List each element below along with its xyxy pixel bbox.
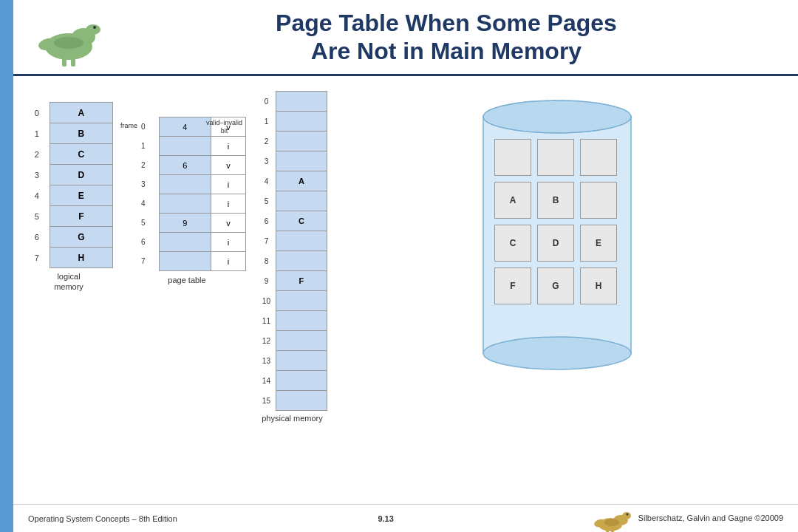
footer-page-number: 9.13 [378,514,393,523]
left-accent [0,0,13,532]
pt-frame: 9 [159,214,211,233]
cylinder-cell: B [537,182,574,219]
phys-idx: 12 [257,331,276,351]
phys-val [276,391,327,411]
pt-idx: 7 [128,252,159,271]
cylinder-cell [537,139,574,176]
phys-val [276,132,327,151]
page-table-row: 1 i [128,137,246,156]
cylinder-cells: ABCDEFGH [494,139,617,304]
svg-point-9 [54,37,83,49]
logical-row-idx: 7 [24,248,50,268]
physical-memory-row: 3 [257,151,327,171]
phys-val: F [276,271,327,291]
phys-val [276,291,327,311]
logical-memory-row: 3 D [24,165,113,185]
pt-frame [159,252,211,271]
footer-edition: Operating System Concepts – 8th Edition [28,514,177,523]
phys-val [276,191,327,211]
logical-row-idx: 0 [24,103,50,123]
phys-idx: 14 [257,371,276,391]
header-divider [13,74,798,76]
cylinder-cell: C [494,225,531,262]
logical-memory-row: 5 F [24,206,113,227]
pt-idx: 5 [128,214,159,233]
pt-frame [159,233,211,252]
page-title: Page Table When Some Pages Are Not in Ma… [109,9,783,66]
logical-row-idx: 3 [24,165,50,185]
pt-idx: 2 [128,156,159,175]
cylinder-cell: E [580,225,617,262]
footer: Operating System Concepts – 8th Edition … [13,504,798,532]
cylinder-cell: H [580,267,617,304]
cylinder-cell: F [494,267,531,304]
pt-frame [159,194,211,214]
pt-bit: i [211,252,246,271]
cylinder-cell: G [537,267,574,304]
footer-copyright: Silberschatz, Galvin and Gagne ©20009 [594,504,783,533]
physical-memory-row: 11 [257,311,327,331]
pt-frame [159,175,211,194]
logical-row-val: D [50,165,112,185]
phys-idx: 2 [257,132,276,151]
svg-rect-5 [62,56,66,66]
pt-bit: v [211,156,246,175]
phys-idx: 4 [257,171,276,191]
frame-annotation: frame [120,122,137,129]
svg-rect-3 [84,32,90,43]
logical-row-val: H [50,248,112,268]
logical-row-idx: 5 [24,206,50,227]
page-table-row: 7 i [128,252,246,271]
phys-idx: 9 [257,271,276,291]
cylinder-cell [494,139,531,176]
logical-row-idx: 6 [24,227,50,248]
phys-val [276,151,327,171]
page-table-row: 5 9 v [128,214,246,233]
logical-row-idx: 4 [24,185,50,206]
pt-frame: 4 [159,117,211,137]
physical-memory-row: 15 [257,391,327,411]
phys-val [276,311,327,331]
pt-frame [159,137,211,156]
pt-bit: i [211,233,246,252]
logical-row-idx: 1 [24,123,50,144]
phys-idx: 7 [257,231,276,251]
physical-memory-table: 0 1 2 3 4 A5 6 C7 8 9 [257,91,327,411]
phys-val: C [276,211,327,231]
page-table-row: 2 6 v [128,156,246,175]
logical-memory-row: 2 C [24,144,113,165]
phys-idx: 3 [257,151,276,171]
svg-rect-6 [71,56,75,66]
logical-memory-section: 0 A1 B2 C3 D4 E5 F6 G7 H logicalmemory [24,102,113,293]
logical-memory-row: 0 A [24,103,113,123]
main-content: 0 A1 B2 C3 D4 E5 F6 G7 H logicalmemory [13,80,798,502]
page-table-row: 3 i [128,175,246,194]
cylinder-cell [580,182,617,219]
page-table-row: 4 i [128,194,246,214]
page-table-label: page table [128,276,246,284]
title-block: Page Table When Some Pages Are Not in Ma… [109,9,783,66]
logical-memory-row: 4 E [24,185,113,206]
cylinder-wrap: ABCDEFGH [472,95,642,375]
phys-val [276,251,327,271]
logical-row-val: C [50,144,112,165]
svg-point-12 [483,337,631,369]
physical-memory-row: 1 [257,112,327,132]
header: Page Table When Some Pages Are Not in Ma… [13,0,798,74]
logical-row-val: A [50,103,112,123]
pt-idx: 4 [128,194,159,214]
physical-memory-row: 7 [257,231,327,251]
logical-memory-row: 1 B [24,123,113,144]
logical-memory-table: 0 A1 B2 C3 D4 E5 F6 G7 H [24,102,113,268]
page-table: 0 4 v1 i2 6 v3 i4 [128,117,246,271]
svg-point-8 [93,26,96,29]
phys-val [276,112,327,132]
pt-bit: i [211,194,246,214]
logical-row-val: G [50,227,112,248]
phys-idx: 10 [257,291,276,311]
page-table-section: frame valid–invalidbit 0 4 v1 i2 6 v3 [128,91,246,284]
physical-memory-row: 5 [257,191,327,211]
phys-val [276,371,327,391]
logical-row-val: E [50,185,112,206]
svg-point-22 [604,519,619,526]
